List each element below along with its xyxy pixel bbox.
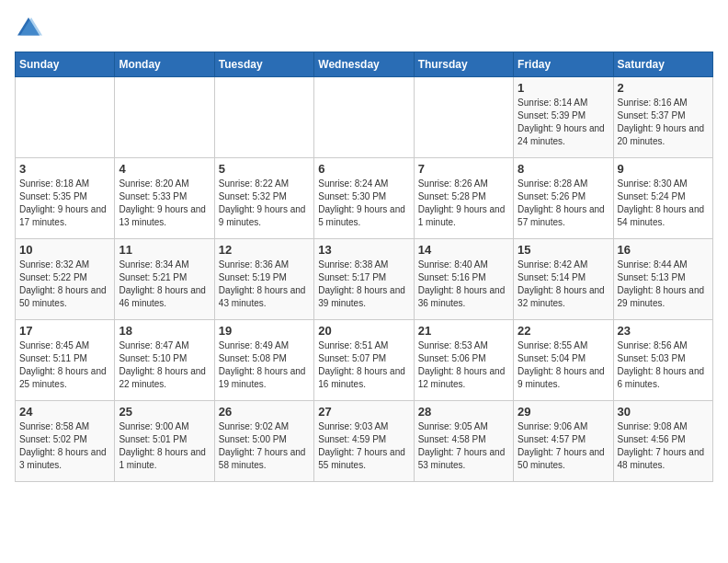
weekday-header-wednesday: Wednesday [314, 52, 414, 77]
logo-icon [15, 15, 42, 42]
day-info: Sunrise: 8:56 AM Sunset: 5:03 PM Dayligh… [618, 339, 709, 391]
day-info: Sunrise: 8:32 AM Sunset: 5:22 PM Dayligh… [19, 259, 110, 310]
calendar-cell: 25Sunrise: 9:00 AM Sunset: 5:01 PM Dayli… [115, 401, 214, 482]
calendar-cell: 27Sunrise: 9:03 AM Sunset: 4:59 PM Dayli… [314, 401, 414, 482]
calendar-cell [214, 77, 313, 158]
weekday-header-friday: Friday [514, 52, 613, 77]
calendar-week-5: 24Sunrise: 8:58 AM Sunset: 5:02 PM Dayli… [16, 401, 713, 482]
header-area [15, 15, 713, 42]
day-number: 2 [618, 81, 709, 95]
calendar-table: SundayMondayTuesdayWednesdayThursdayFrid… [15, 52, 713, 482]
calendar-week-3: 10Sunrise: 8:32 AM Sunset: 5:22 PM Dayli… [16, 239, 713, 320]
day-info: Sunrise: 9:05 AM Sunset: 4:58 PM Dayligh… [418, 420, 509, 472]
day-info: Sunrise: 8:16 AM Sunset: 5:37 PM Dayligh… [618, 97, 709, 148]
day-info: Sunrise: 8:14 AM Sunset: 5:39 PM Dayligh… [518, 97, 609, 148]
day-number: 15 [518, 243, 609, 257]
day-info: Sunrise: 9:06 AM Sunset: 4:57 PM Dayligh… [518, 420, 609, 472]
day-info: Sunrise: 9:03 AM Sunset: 4:59 PM Dayligh… [318, 420, 409, 472]
day-number: 3 [19, 162, 110, 176]
day-number: 10 [19, 243, 110, 257]
calendar-cell: 19Sunrise: 8:49 AM Sunset: 5:08 PM Dayli… [214, 320, 313, 401]
day-info: Sunrise: 8:42 AM Sunset: 5:14 PM Dayligh… [518, 259, 609, 310]
calendar-cell [115, 77, 214, 158]
calendar-cell: 9Sunrise: 8:30 AM Sunset: 5:24 PM Daylig… [613, 158, 712, 239]
day-number: 21 [418, 324, 509, 338]
day-info: Sunrise: 8:40 AM Sunset: 5:16 PM Dayligh… [418, 259, 509, 310]
day-info: Sunrise: 8:36 AM Sunset: 5:19 PM Dayligh… [219, 259, 310, 310]
calendar-cell: 5Sunrise: 8:22 AM Sunset: 5:32 PM Daylig… [214, 158, 313, 239]
day-info: Sunrise: 8:26 AM Sunset: 5:28 PM Dayligh… [418, 178, 509, 229]
calendar-cell: 18Sunrise: 8:47 AM Sunset: 5:10 PM Dayli… [115, 320, 214, 401]
day-info: Sunrise: 8:44 AM Sunset: 5:13 PM Dayligh… [618, 259, 709, 310]
day-info: Sunrise: 8:45 AM Sunset: 5:11 PM Dayligh… [19, 339, 110, 391]
calendar-cell: 2Sunrise: 8:16 AM Sunset: 5:37 PM Daylig… [613, 77, 712, 158]
weekday-header-saturday: Saturday [613, 52, 712, 77]
day-info: Sunrise: 8:20 AM Sunset: 5:33 PM Dayligh… [119, 178, 210, 229]
day-number: 9 [618, 162, 709, 176]
day-number: 24 [19, 405, 110, 419]
day-number: 18 [119, 324, 210, 338]
calendar-cell: 14Sunrise: 8:40 AM Sunset: 5:16 PM Dayli… [414, 239, 513, 320]
calendar-cell: 23Sunrise: 8:56 AM Sunset: 5:03 PM Dayli… [613, 320, 712, 401]
day-info: Sunrise: 9:08 AM Sunset: 4:56 PM Dayligh… [618, 420, 709, 472]
calendar-cell [314, 77, 414, 158]
calendar-cell: 11Sunrise: 8:34 AM Sunset: 5:21 PM Dayli… [115, 239, 214, 320]
day-number: 30 [618, 405, 709, 419]
calendar-cell: 30Sunrise: 9:08 AM Sunset: 4:56 PM Dayli… [613, 401, 712, 482]
day-info: Sunrise: 8:38 AM Sunset: 5:17 PM Dayligh… [318, 259, 409, 310]
day-number: 17 [19, 324, 110, 338]
logo [15, 15, 46, 42]
day-info: Sunrise: 8:24 AM Sunset: 5:30 PM Dayligh… [318, 178, 409, 229]
day-info: Sunrise: 8:22 AM Sunset: 5:32 PM Dayligh… [219, 178, 310, 229]
day-number: 28 [418, 405, 509, 419]
calendar-cell: 13Sunrise: 8:38 AM Sunset: 5:17 PM Dayli… [314, 239, 414, 320]
calendar-cell: 12Sunrise: 8:36 AM Sunset: 5:19 PM Dayli… [214, 239, 313, 320]
day-number: 19 [219, 324, 310, 338]
calendar-cell: 17Sunrise: 8:45 AM Sunset: 5:11 PM Dayli… [16, 320, 115, 401]
calendar-cell: 8Sunrise: 8:28 AM Sunset: 5:26 PM Daylig… [514, 158, 613, 239]
day-info: Sunrise: 8:28 AM Sunset: 5:26 PM Dayligh… [518, 178, 609, 229]
day-info: Sunrise: 8:51 AM Sunset: 5:07 PM Dayligh… [318, 339, 409, 391]
calendar-cell: 28Sunrise: 9:05 AM Sunset: 4:58 PM Dayli… [414, 401, 513, 482]
day-number: 1 [518, 81, 609, 95]
day-number: 12 [219, 243, 310, 257]
calendar-cell: 16Sunrise: 8:44 AM Sunset: 5:13 PM Dayli… [613, 239, 712, 320]
calendar-cell: 10Sunrise: 8:32 AM Sunset: 5:22 PM Dayli… [16, 239, 115, 320]
calendar-cell: 22Sunrise: 8:55 AM Sunset: 5:04 PM Dayli… [514, 320, 613, 401]
day-info: Sunrise: 8:55 AM Sunset: 5:04 PM Dayligh… [518, 339, 609, 391]
day-info: Sunrise: 9:02 AM Sunset: 5:00 PM Dayligh… [219, 420, 310, 472]
day-info: Sunrise: 8:34 AM Sunset: 5:21 PM Dayligh… [119, 259, 210, 310]
calendar-cell: 26Sunrise: 9:02 AM Sunset: 5:00 PM Dayli… [214, 401, 313, 482]
day-number: 4 [119, 162, 210, 176]
calendar-cell: 6Sunrise: 8:24 AM Sunset: 5:30 PM Daylig… [314, 158, 414, 239]
calendar-cell [414, 77, 513, 158]
day-info: Sunrise: 8:18 AM Sunset: 5:35 PM Dayligh… [19, 178, 110, 229]
day-number: 20 [318, 324, 409, 338]
calendar-week-2: 3Sunrise: 8:18 AM Sunset: 5:35 PM Daylig… [16, 158, 713, 239]
day-info: Sunrise: 8:47 AM Sunset: 5:10 PM Dayligh… [119, 339, 210, 391]
day-number: 29 [518, 405, 609, 419]
calendar-cell: 7Sunrise: 8:26 AM Sunset: 5:28 PM Daylig… [414, 158, 513, 239]
day-number: 13 [318, 243, 409, 257]
day-number: 5 [219, 162, 310, 176]
day-info: Sunrise: 8:49 AM Sunset: 5:08 PM Dayligh… [219, 339, 310, 391]
day-number: 27 [318, 405, 409, 419]
day-number: 23 [618, 324, 709, 338]
day-info: Sunrise: 8:30 AM Sunset: 5:24 PM Dayligh… [618, 178, 709, 229]
calendar-cell: 20Sunrise: 8:51 AM Sunset: 5:07 PM Dayli… [314, 320, 414, 401]
weekday-header-monday: Monday [115, 52, 214, 77]
calendar-cell [16, 77, 115, 158]
calendar-cell: 15Sunrise: 8:42 AM Sunset: 5:14 PM Dayli… [514, 239, 613, 320]
calendar-cell: 4Sunrise: 8:20 AM Sunset: 5:33 PM Daylig… [115, 158, 214, 239]
day-number: 11 [119, 243, 210, 257]
day-number: 25 [119, 405, 210, 419]
weekday-header-thursday: Thursday [414, 52, 513, 77]
day-number: 6 [318, 162, 409, 176]
calendar-cell: 21Sunrise: 8:53 AM Sunset: 5:06 PM Dayli… [414, 320, 513, 401]
day-number: 8 [518, 162, 609, 176]
calendar-cell: 29Sunrise: 9:06 AM Sunset: 4:57 PM Dayli… [514, 401, 613, 482]
calendar-cell: 3Sunrise: 8:18 AM Sunset: 5:35 PM Daylig… [16, 158, 115, 239]
calendar-cell: 1Sunrise: 8:14 AM Sunset: 5:39 PM Daylig… [514, 77, 613, 158]
weekday-header-sunday: Sunday [16, 52, 115, 77]
calendar-week-4: 17Sunrise: 8:45 AM Sunset: 5:11 PM Dayli… [16, 320, 713, 401]
